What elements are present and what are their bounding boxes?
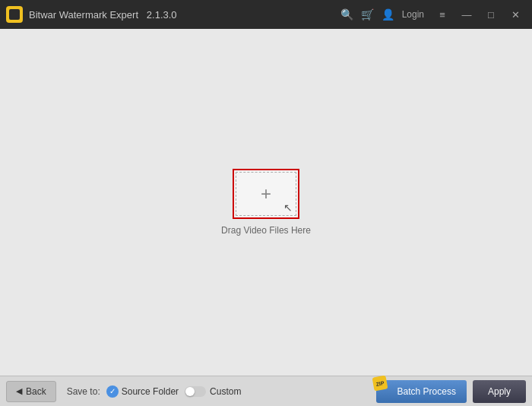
batch-zip-badge: ZIP — [372, 375, 388, 391]
source-folder-option[interactable]: ✓ Source Folder — [106, 385, 179, 398]
search-icon[interactable]: 🔍 — [340, 8, 353, 21]
app-logo-inner — [9, 9, 20, 20]
menu-button[interactable]: ≡ — [432, 4, 453, 25]
drop-zone-container: + ↖ Drag Video Files Here — [221, 169, 311, 236]
drop-zone-inner: + ↖ — [236, 172, 296, 216]
cursor-icon: ↖ — [283, 201, 293, 214]
batch-process-label: Batch Process — [397, 386, 456, 397]
window-controls: ≡ — □ ✕ — [432, 4, 526, 25]
save-to-label: Save to: — [67, 386, 100, 397]
maximize-button[interactable]: □ — [480, 4, 502, 25]
check-icon: ✓ — [106, 385, 119, 398]
close-button[interactable]: ✕ — [505, 4, 526, 25]
title-bar: Bitwar Watermark Expert 2.1.3.0 🔍 🛒 👤 Lo… — [0, 0, 532, 29]
drop-text: Drag Video Files Here — [221, 225, 311, 236]
source-folder-label: Source Folder — [122, 386, 179, 397]
back-button[interactable]: ◀ Back — [6, 381, 56, 402]
app-logo — [6, 6, 23, 23]
title-bar-actions: 🔍 🛒 👤 Login — [340, 8, 424, 21]
custom-toggle-area[interactable]: Custom — [185, 386, 241, 397]
bottom-bar: ◀ Back Save to: ✓ Source Folder Custom Z… — [0, 376, 532, 406]
apply-button[interactable]: Apply — [473, 380, 526, 403]
custom-toggle-knob — [185, 387, 195, 396]
app-title: Bitwar Watermark Expert 2.1.3.0 — [29, 9, 340, 21]
app-version: 2.1.3.0 — [147, 9, 177, 21]
main-content: + ↖ Drag Video Files Here — [0, 29, 532, 376]
drop-zone[interactable]: + ↖ — [233, 169, 299, 219]
app-name: Bitwar Watermark Expert — [29, 9, 138, 21]
back-arrow-icon: ◀ — [16, 386, 22, 396]
user-icon[interactable]: 👤 — [382, 8, 394, 21]
batch-process-button[interactable]: ZIP Batch Process — [376, 380, 467, 403]
login-button[interactable]: Login — [402, 9, 424, 20]
minimize-button[interactable]: — — [456, 4, 477, 25]
back-label: Back — [26, 386, 46, 397]
cart-icon[interactable]: 🛒 — [361, 8, 374, 21]
add-icon: + — [261, 185, 271, 203]
custom-label: Custom — [210, 386, 241, 397]
custom-toggle[interactable] — [185, 386, 206, 397]
